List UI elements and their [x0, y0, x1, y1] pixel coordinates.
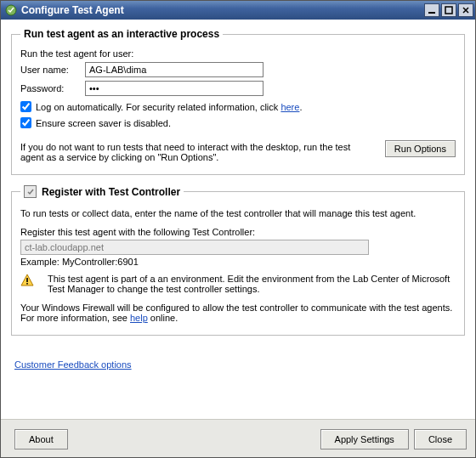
close-footer-button[interactable]: Close: [414, 429, 467, 450]
titlebar: Configure Test Agent: [1, 1, 475, 20]
maximize-button[interactable]: [441, 3, 456, 17]
controller-example: Example: MyController:6901: [20, 257, 456, 267]
firewall-text: Your Windows Firewall will be configured…: [20, 303, 456, 323]
log-on-automatically-label: Log on automatically. For security relat…: [36, 102, 302, 112]
username-label: User name:: [20, 65, 85, 75]
content-area: Run test agent as an interactive process…: [1, 20, 475, 419]
register-controller-group: Register with Test Controller To run tes…: [11, 185, 465, 336]
window-title: Configure Test Agent: [21, 4, 124, 16]
register-controller-legend: Register with Test Controller: [20, 185, 184, 198]
customer-feedback-link[interactable]: Customer Feedback options: [14, 359, 132, 370]
password-input[interactable]: [85, 81, 264, 96]
log-on-automatically-checkbox[interactable]: [20, 101, 31, 112]
register-label: Register this test agent with the follow…: [20, 227, 456, 237]
svg-rect-3: [26, 278, 28, 282]
svg-rect-4: [26, 283, 28, 285]
firewall-help-link[interactable]: help: [130, 313, 148, 323]
apply-settings-button[interactable]: Apply Settings: [320, 429, 409, 450]
close-button[interactable]: [458, 3, 473, 17]
app-icon: [4, 3, 18, 17]
minimize-button[interactable]: [424, 3, 439, 17]
test-controller-input: [20, 240, 369, 255]
interactive-process-group: Run test agent as an interactive process…: [11, 28, 465, 175]
password-label: Password:: [20, 83, 85, 93]
about-button[interactable]: About: [14, 429, 68, 450]
footer: About Apply Settings Close: [1, 419, 475, 458]
username-input[interactable]: [85, 62, 264, 77]
register-intro: To run tests or collect data, enter the …: [20, 208, 456, 218]
svg-rect-1: [428, 12, 435, 14]
environment-warning-text: This test agent is part of a an environm…: [48, 274, 456, 294]
screen-saver-label: Ensure screen saver is disabled.: [36, 118, 171, 128]
screen-saver-checkbox[interactable]: [20, 117, 31, 128]
security-info-link[interactable]: here: [280, 102, 299, 112]
run-for-user-label: Run the test agent for user:: [20, 48, 456, 59]
svg-rect-2: [445, 7, 452, 14]
interactive-process-legend: Run test agent as an interactive process: [20, 28, 223, 40]
run-options-description: If you do not want to run tests that nee…: [20, 142, 377, 162]
register-controller-tristate-checkbox[interactable]: [24, 185, 37, 198]
run-options-button[interactable]: Run Options: [385, 140, 456, 157]
warning-icon: [20, 274, 34, 287]
